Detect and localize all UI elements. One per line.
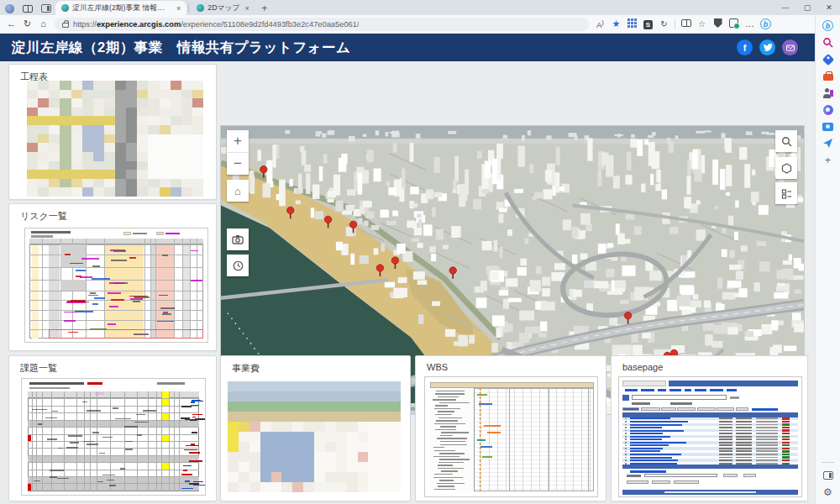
shopping-tag-icon[interactable] xyxy=(821,52,836,66)
vertical-tabs-icon[interactable] xyxy=(37,2,55,15)
browser-toolbar: ← ↻ ⌂ https://experience.arcgis.com/expe… xyxy=(0,15,840,34)
tab-actions-icon[interactable] xyxy=(18,2,37,15)
tab-close-icon[interactable]: × xyxy=(176,4,181,13)
more-menu-icon[interactable]: … xyxy=(742,19,758,29)
browser-tab-active[interactable]: 淀川左岸線(2期)事業 情報共有モ × xyxy=(55,1,186,15)
profiles-icon[interactable] xyxy=(821,86,836,100)
drop-icon[interactable] xyxy=(821,136,836,150)
tab-title: 淀川左岸線(2期)事業 情報共有モ xyxy=(72,3,171,13)
issues-thumbnail[interactable] xyxy=(21,378,206,496)
tools-icon[interactable] xyxy=(821,69,836,83)
schedule-thumbnail[interactable] xyxy=(27,81,203,197)
issues-panel: 課題一覧 xyxy=(8,355,217,501)
toggle-sidebar-icon[interactable] xyxy=(821,468,836,482)
lock-icon xyxy=(62,23,69,28)
app-header: 淀川左岸線（2期）事業 情報共有プラットフォーム f xyxy=(0,34,815,61)
add-to-sidebar-icon[interactable]: + xyxy=(821,153,836,167)
basepage-thumbnail[interactable] xyxy=(618,376,802,497)
browser-essentials-icon[interactable] xyxy=(710,18,726,29)
refresh-icon[interactable]: ↻ xyxy=(19,19,35,29)
basepage-title: basepage xyxy=(612,356,807,372)
wbs-panel: WBS xyxy=(415,355,606,501)
twitter-icon[interactable] xyxy=(759,39,775,55)
browser-tab-strip: 淀川左岸線(2期)事業 情報共有モ × 2Dマップ × + — ▢ ✕ xyxy=(0,0,840,15)
risk-panel: リスク一覧 xyxy=(8,203,217,351)
zoom-out-button[interactable]: − xyxy=(227,153,249,175)
loop-icon[interactable] xyxy=(821,102,836,117)
sync-icon[interactable]: ↻ xyxy=(656,20,672,29)
read-aloud-icon[interactable]: A) xyxy=(592,19,608,29)
cost-panel: 事業費 xyxy=(220,355,411,501)
home-button[interactable]: ⌂ xyxy=(227,180,249,202)
email-icon[interactable] xyxy=(782,39,798,55)
favorite-star-icon[interactable]: ★ xyxy=(608,19,624,29)
cost-thumbnail[interactable] xyxy=(228,381,401,492)
zoom-widget: + − xyxy=(227,130,249,175)
split-screen-icon[interactable] xyxy=(678,19,694,29)
window-minimize-button[interactable]: — xyxy=(774,0,796,15)
home-icon[interactable]: ⌂ xyxy=(35,19,51,29)
issues-title: 課題一覧 xyxy=(9,356,216,375)
map-favicon xyxy=(197,4,204,12)
risk-thumbnail[interactable] xyxy=(24,228,208,343)
risk-title: リスク一覧 xyxy=(9,204,216,223)
wbs-title: WBS xyxy=(416,356,606,372)
facebook-icon[interactable]: f xyxy=(737,39,753,55)
search-button[interactable] xyxy=(775,130,797,152)
wbs-thumbnail[interactable] xyxy=(424,376,598,497)
cost-title: 事業費 xyxy=(221,356,410,375)
zoom-in-button[interactable]: + xyxy=(227,130,249,152)
basepage-panel: basepage xyxy=(611,355,808,501)
edge-sidebar: b + ⚙ xyxy=(815,15,840,504)
window-maximize-button[interactable]: ▢ xyxy=(796,0,818,15)
window-close-button[interactable]: ✕ xyxy=(818,0,840,15)
experience-favicon xyxy=(61,4,69,12)
new-tab-button[interactable]: + xyxy=(255,2,274,15)
page-title: 淀川左岸線（2期）事業 情報共有プラットフォーム xyxy=(12,39,350,57)
camera-button[interactable] xyxy=(227,228,249,250)
schedule-panel: 工程表 xyxy=(8,64,217,200)
workspace-icon[interactable] xyxy=(0,2,18,15)
tab-grid-icon[interactable] xyxy=(624,18,640,29)
bing-chat-icon[interactable]: b xyxy=(821,18,836,33)
basemap-layers-button[interactable] xyxy=(775,157,797,179)
browser-tab-2dmap[interactable]: 2Dマップ × xyxy=(191,1,255,15)
legend-button[interactable] xyxy=(775,182,797,204)
sidebar-search-icon[interactable] xyxy=(821,35,836,50)
bing-chat-icon[interactable]: b xyxy=(758,18,774,29)
extensions-icon[interactable] xyxy=(726,18,742,29)
settings-gear-icon[interactable]: ⚙ xyxy=(821,485,836,499)
back-icon[interactable]: ← xyxy=(3,19,19,29)
daylight-clock-button[interactable] xyxy=(227,255,249,276)
s-extension-icon[interactable]: S xyxy=(640,19,656,29)
address-bar[interactable]: https://experience.arcgis.com/experience… xyxy=(55,18,589,31)
experience-page: 工程表 リスク一覧 xyxy=(0,61,815,504)
collections-icon[interactable]: ☆ xyxy=(694,20,710,29)
tab-close-icon[interactable]: × xyxy=(245,4,249,13)
tab-title: 2Dマップ xyxy=(207,3,239,13)
image-creator-icon[interactable] xyxy=(821,119,836,134)
url-text: https://experience.arcgis.com/experience… xyxy=(73,20,359,29)
